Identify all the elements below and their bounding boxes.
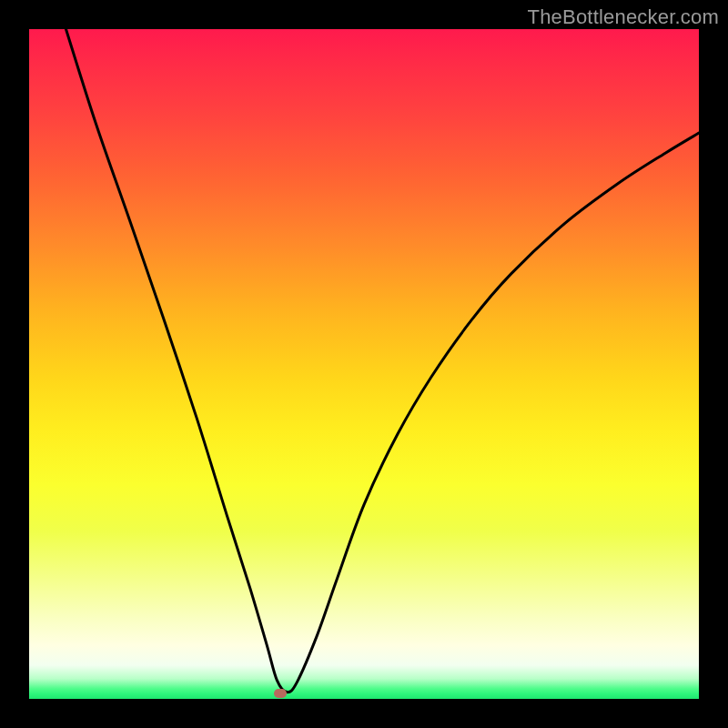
attribution-label: TheBottlenecker.com — [528, 5, 719, 29]
bottleneck-curve — [29, 29, 699, 699]
chart-frame: TheBottlenecker.com — [0, 0, 728, 728]
plot-area — [29, 29, 699, 699]
optimal-point-marker — [274, 689, 287, 698]
